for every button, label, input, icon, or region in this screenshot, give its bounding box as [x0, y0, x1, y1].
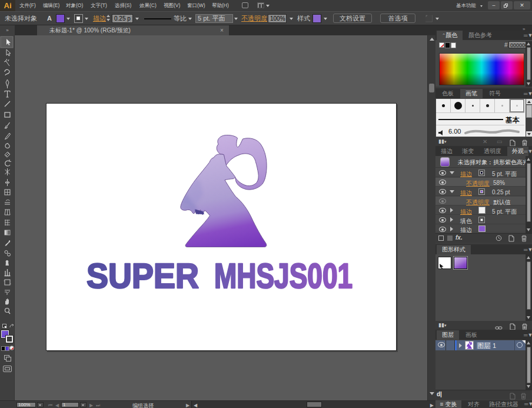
svg-text:MHSJS001: MHSJS001 — [214, 257, 353, 295]
svg-text:SUPER: SUPER — [87, 257, 199, 295]
